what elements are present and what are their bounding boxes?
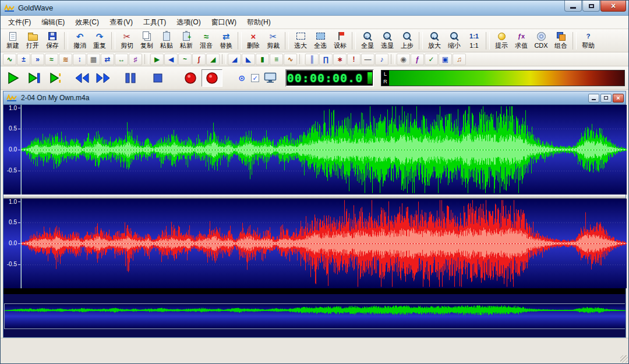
zoom-1-1-button[interactable]: 1:11:1 [464,30,484,51]
time-warp-button[interactable]: ∫ [192,54,206,65]
menu-view[interactable]: 查看(V) [104,16,138,29]
title-bar[interactable]: GoldWave × [1,1,628,16]
left-waveform-canvas[interactable] [21,105,627,195]
fade-in-button[interactable]: ◢ [228,54,241,65]
help-button[interactable]: ?帮助 [578,30,598,51]
fast-forward-button[interactable] [93,69,113,87]
channel-splitter[interactable] [3,195,626,199]
replace-button[interactable]: ⇄替换 [216,30,236,51]
equalizer-button[interactable]: ║ [305,54,319,65]
smoother-button[interactable]: ~ [178,54,192,65]
save-button[interactable]: 保存 [43,30,62,51]
trim-button[interactable]: ✂剪裁 [263,30,283,51]
control-properties-button[interactable]: ✓ [425,54,438,65]
record-button[interactable] [181,69,200,87]
redo-button[interactable]: ↷重复 [90,30,109,51]
flanger-button[interactable]: ≋ [59,54,72,65]
menu-window[interactable]: 窗口(W) [206,16,242,29]
menu-help[interactable]: 帮助(H) [242,16,276,29]
document-minimize-button[interactable] [588,94,599,103]
pause-button[interactable] [121,69,140,87]
select-all-button[interactable]: 全选 [310,30,330,51]
document-maximize-button[interactable] [600,94,612,103]
mechanize-button[interactable]: ▦ [87,54,100,65]
maximize-volume-button[interactable]: ▮ [256,54,269,65]
save-button-label: 保存 [46,42,59,50]
zoom-in-button[interactable]: +放大 [425,30,444,51]
playback-rate-button[interactable]: ▶ [150,54,164,65]
menu-file[interactable]: 文件(F) [3,16,36,29]
paste-new-button[interactable]: 粘新 [176,30,196,51]
fade-out-button[interactable]: ◣ [242,54,255,65]
toolbar-separator [64,32,68,50]
help-button-label: 帮助 [582,42,595,50]
monitor-checkbox[interactable]: ✓ [249,69,261,87]
document-close-button[interactable]: × [613,94,624,103]
stop-button[interactable] [148,69,168,87]
right-waveform-canvas[interactable] [21,199,627,288]
doppler-button[interactable]: ∿ [3,54,16,65]
compound-button[interactable]: 组合 [551,30,571,51]
echo-button[interactable]: » [31,54,44,65]
time-display[interactable]: 00:00:00.0 [285,69,374,87]
menu-options[interactable]: 选项(O) [171,16,206,29]
play-button[interactable] [3,69,23,87]
pop-click-button[interactable]: ! [347,54,361,65]
time-ruler[interactable] [3,294,626,303]
minimize-button[interactable] [564,1,582,12]
dynamics-button[interactable]: ± [17,54,30,65]
paste-button[interactable]: 粘贴 [157,30,176,51]
overview-panel[interactable] [4,303,625,329]
offset-button[interactable]: ⇄ [101,54,114,65]
maximize-button[interactable] [582,1,600,12]
expression-button[interactable]: ƒx求值 [511,30,531,51]
tips-button[interactable]: 提示 [492,30,511,51]
set-marker-button[interactable]: 设标 [330,30,350,51]
noise-gate-button[interactable]: ∏ [319,54,333,65]
zoom-out-button[interactable]: −缩小 [444,30,464,51]
pan-button[interactable]: ↔ [115,54,128,65]
pitch-icon: ♯ [134,54,137,65]
visuals-monitor-button[interactable] [262,69,278,87]
rewind-button[interactable] [72,69,92,87]
overview-time-ruler[interactable] [3,329,626,337]
reverse-button[interactable]: ◀ [164,54,178,65]
invert-button[interactable]: ↕ [73,54,86,65]
document-title-bar[interactable]: 2-04 On My Own.m4a × [3,91,626,105]
play-selection-button[interactable] [45,69,65,87]
overview-waveform-canvas[interactable] [5,304,626,328]
visual-properties-button[interactable]: ⊙ [235,69,248,87]
undo-button[interactable]: ↶撤消 [70,30,90,51]
close-button[interactable]: × [600,1,626,12]
shape-volume-button[interactable]: ∿ [284,54,297,65]
open-button[interactable]: 打开 [23,30,43,51]
record-selection-button[interactable] [202,69,222,87]
silence-button[interactable]: — [361,54,374,65]
expression-button[interactable]: ƒ [411,54,424,65]
new-button[interactable]: 新建 [3,30,23,51]
volume-button[interactable]: ◢ [206,54,220,65]
menu-tool[interactable]: 工具(T) [138,16,171,29]
pitch-button[interactable]: ♯ [129,54,142,65]
cdx-button[interactable]: CDX [531,30,551,51]
filter-button[interactable]: ≈ [45,54,58,65]
menu-effect[interactable]: 效果(C) [70,16,104,29]
menu-edit[interactable]: 编辑(E) [36,16,70,29]
copy-button[interactable]: 复制 [137,30,157,51]
previous-zoom-button[interactable]: ←上步 [397,30,417,51]
effect-chain-button[interactable]: ▣ [439,54,452,65]
select-view-button[interactable]: 选大 [291,30,310,51]
mix-button[interactable]: ≈混音 [196,30,216,51]
delete-button[interactable]: ×删除 [243,30,263,51]
match-volume-button[interactable]: ≡ [270,54,283,65]
cut-button[interactable]: ✂剪切 [117,30,137,51]
transport-separator [114,77,119,78]
noise-reduction-button[interactable]: ∗ [333,54,347,65]
show-all-button[interactable]: ≡全显 [358,30,377,51]
show-selection-button[interactable]: □选显 [377,30,397,51]
speaker-button[interactable]: ♫ [453,54,466,65]
voice-over-button[interactable]: ♪ [375,54,388,65]
resize-grip[interactable] [620,355,628,363]
cd-reader-button[interactable]: ◉ [397,54,410,65]
play-all-button[interactable] [24,69,44,87]
